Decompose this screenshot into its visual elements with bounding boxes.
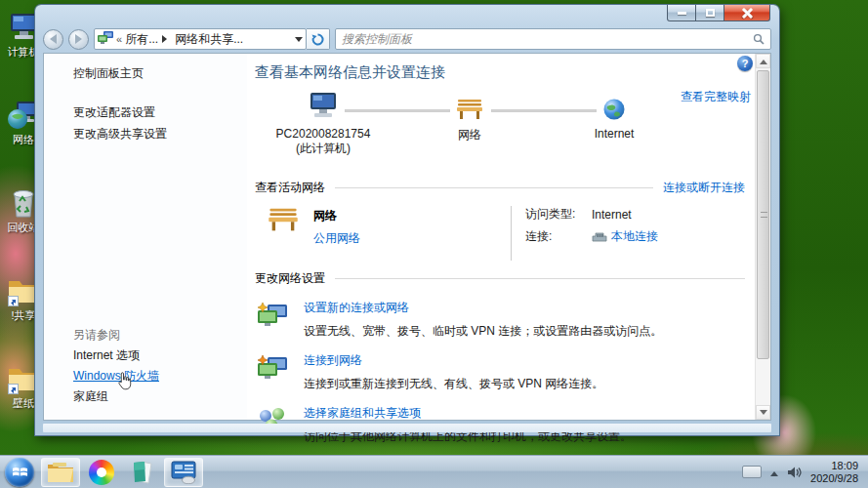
- search-placeholder: 搜索控制面板: [342, 31, 412, 48]
- sidebar: 控制面板主页 更改适配器设置 更改高级共享设置 另请参阅 Internet 选项…: [44, 54, 247, 420]
- map-computer-name: PC202008281754: [255, 127, 392, 141]
- sidebar-item-control-panel-home[interactable]: 控制面板主页: [44, 63, 247, 83]
- shortcut-arrow-icon: [8, 296, 19, 306]
- crumb-arrow-icon[interactable]: [162, 35, 171, 43]
- setup-new-connection-link[interactable]: 设置新的连接或网络: [304, 300, 662, 316]
- browser-pinwheel-icon: [89, 460, 114, 485]
- shortcut-arrow-icon: [8, 384, 19, 394]
- sidebar-item-windows-firewall[interactable]: Windows 防火墙: [44, 366, 247, 386]
- scroll-up-button[interactable]: [756, 54, 770, 68]
- access-type-label: 访问类型:: [525, 206, 592, 223]
- connect-network-icon: [255, 352, 290, 392]
- public-network-link[interactable]: 公用网络: [313, 230, 360, 247]
- taskbar: 18:09 2020/9/28: [0, 455, 868, 488]
- minimize-icon: [678, 12, 686, 15]
- search-icon: [753, 33, 765, 45]
- taskbar-clock[interactable]: 18:09 2020/9/28: [810, 460, 858, 485]
- bench-icon: [401, 88, 538, 121]
- active-network-name: 网络: [313, 208, 360, 224]
- clock-date: 2020/9/28: [810, 472, 858, 485]
- input-indicator-icon[interactable]: [742, 466, 762, 478]
- close-button[interactable]: [724, 5, 770, 21]
- breadcrumb-item-all[interactable]: 所有...: [125, 31, 158, 48]
- bench-icon: [267, 206, 300, 261]
- address-bar[interactable]: « 所有... 网络和共享...: [94, 28, 307, 50]
- scrollbar-thumb[interactable]: [757, 70, 769, 359]
- change-settings-header: 更改网络设置: [255, 270, 325, 287]
- breadcrumb-overflow[interactable]: «: [116, 33, 122, 45]
- map-node-internet[interactable]: Internet: [546, 88, 682, 141]
- sidebar-item-internet-options[interactable]: Internet 选项: [44, 346, 247, 366]
- refresh-button[interactable]: [307, 28, 330, 50]
- address-dropdown-icon[interactable]: [295, 37, 303, 46]
- section-divider: [335, 278, 745, 279]
- map-computer-note: (此计算机): [255, 141, 392, 157]
- access-type-value: Internet: [592, 208, 632, 222]
- scroll-down-button[interactable]: [756, 405, 770, 420]
- sidebar-item-change-advanced-sharing[interactable]: 更改高级共享设置: [44, 123, 247, 144]
- see-also-header: 另请参阅: [44, 325, 247, 346]
- map-internet-label: Internet: [546, 127, 682, 141]
- help-icon: ?: [742, 58, 749, 69]
- active-networks-header: 查看活动网络: [255, 180, 325, 196]
- local-connection-link[interactable]: 本地连接: [611, 228, 658, 245]
- active-network-panel: 网络 公用网络 访问类型: Internet 连接:: [255, 206, 745, 261]
- computer-icon: [255, 88, 392, 121]
- windows-flag-icon: [12, 464, 28, 480]
- desktop: 计算机 网络 回收站 !共享 壁纸: [0, 0, 868, 488]
- map-node-network[interactable]: 网络: [401, 88, 538, 143]
- setting-item-connect-network: 连接到网络 连接到或重新连接到无线、有线、拨号或 VPN 网络连接。: [255, 352, 745, 392]
- vertical-scrollbar[interactable]: [755, 54, 770, 420]
- search-input[interactable]: 搜索控制面板: [335, 28, 771, 50]
- map-network-label: 网络: [401, 127, 538, 143]
- back-icon: [45, 34, 57, 44]
- taskbar-item-browser[interactable]: [82, 458, 121, 487]
- main-pane: ? 查看基本网络信息并设置连接 查看完整映射 PC202008281754 (此…: [247, 54, 755, 420]
- start-button[interactable]: [5, 458, 34, 487]
- homegroup-sharing-options-link[interactable]: 选择家庭组和共享选项: [304, 405, 632, 422]
- volume-icon[interactable]: [787, 466, 802, 479]
- forward-icon: [75, 34, 87, 44]
- connect-disconnect-link[interactable]: 连接或断开连接: [663, 180, 745, 196]
- sidebar-item-homegroup[interactable]: 家庭组: [44, 386, 247, 407]
- scroll-up-icon: [760, 56, 767, 64]
- connect-to-network-link[interactable]: 连接到网络: [304, 352, 603, 369]
- refresh-icon: [311, 33, 324, 46]
- setting-item-desc: 设置无线、宽带、拨号、临时或 VPN 连接；或设置路由器或访问点。: [304, 323, 662, 340]
- section-divider: [335, 187, 653, 188]
- ethernet-plug-icon: [592, 231, 607, 242]
- globe-icon: [546, 88, 682, 121]
- taskbar-item-notes[interactable]: [123, 458, 162, 487]
- taskbar-item-explorer[interactable]: [41, 458, 80, 487]
- clock-time: 18:09: [810, 460, 858, 472]
- maximize-button[interactable]: [696, 5, 724, 21]
- system-tray: 18:09 2020/9/28: [742, 460, 868, 485]
- new-connection-icon: [255, 300, 290, 340]
- explorer-folder-icon: [47, 462, 74, 483]
- connection-label: 连接:: [525, 228, 592, 245]
- minimize-button[interactable]: [667, 5, 696, 21]
- back-button[interactable]: [43, 29, 63, 50]
- map-node-computer[interactable]: PC202008281754 (此计算机): [255, 88, 392, 157]
- navigation-bar: « 所有... 网络和共享... 搜索控制面板: [35, 26, 779, 52]
- sidebar-item-change-adapter-settings[interactable]: 更改适配器设置: [44, 102, 247, 123]
- setting-item-new-connection: 设置新的连接或网络 设置无线、宽带、拨号、临时或 VPN 连接；或设置路由器或访…: [255, 300, 745, 340]
- maximize-icon: [706, 9, 715, 17]
- page-title: 查看基本网络信息并设置连接: [255, 63, 745, 82]
- scroll-down-icon: [760, 410, 767, 419]
- forward-button[interactable]: [68, 29, 89, 50]
- taskbar-item-control-panel[interactable]: [164, 458, 203, 487]
- control-panel-icon: [170, 461, 197, 484]
- network-sharing-center-window: « 所有... 网络和共享... 搜索控制面板 控制面板主页 更改适配器设置: [35, 5, 779, 435]
- show-hidden-icons-button[interactable]: [770, 468, 778, 476]
- network-places-icon: [98, 31, 113, 48]
- titlebar[interactable]: [35, 5, 779, 26]
- help-button[interactable]: ?: [737, 56, 753, 71]
- window-content: 控制面板主页 更改适配器设置 更改高级共享设置 另请参阅 Internet 选项…: [43, 53, 771, 421]
- setting-item-desc: 连接到或重新连接到无线、有线、拨号或 VPN 网络连接。: [304, 376, 603, 392]
- window-bottom-border: [43, 424, 771, 432]
- breadcrumb-item-network-sharing[interactable]: 网络和共享...: [175, 31, 243, 48]
- close-icon: [742, 8, 753, 19]
- network-map: PC202008281754 (此计算机) 网络: [255, 86, 745, 170]
- hand-pointer-cursor: [116, 371, 133, 392]
